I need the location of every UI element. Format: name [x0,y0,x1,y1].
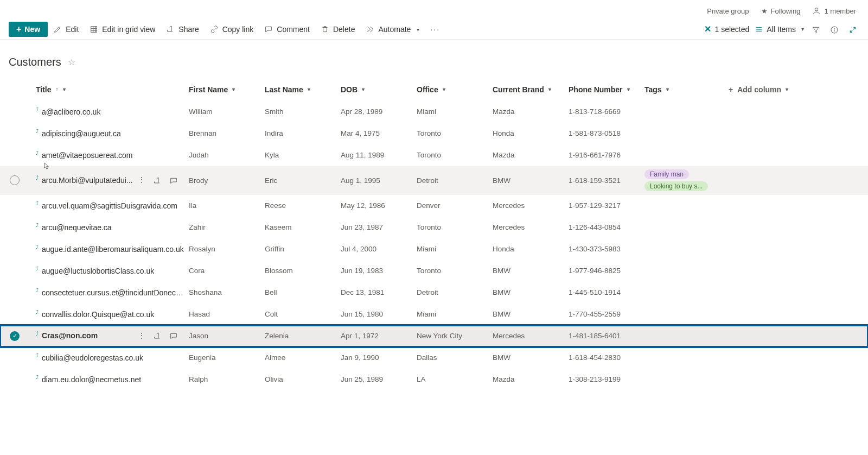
cell-title[interactable]: ⤴diam.eu.dolor@necmetus.net [36,375,189,384]
trash-icon [321,25,329,34]
column-header-phone[interactable]: Phone Number▾ [569,85,644,94]
column-header-tags[interactable]: Tags▾ [644,82,729,97]
edit-grid-button[interactable]: Edit in grid view [84,22,161,37]
privacy-label: Private group [707,7,749,15]
cell-current-brand: Mazda [493,375,569,383]
cell-office: Miami [417,310,493,318]
table-row[interactable]: ⤴cubilia@eudoloregestas.co.ukEugeniaAime… [0,347,868,369]
cell-phone: 1-770-455-2559 [569,310,644,318]
members-link[interactable]: 1 member [812,7,856,15]
title-text: a@aclibero.co.uk [42,108,100,116]
info-button[interactable] [828,22,841,36]
comment-button[interactable]: Comment [259,22,315,37]
cell-phone: 1-308-213-9199 [569,375,644,383]
row-select[interactable] [10,175,36,185]
cell-title[interactable]: ⤴arcu@nequevitae.ca [36,223,189,232]
column-header-first-name[interactable]: First Name▾ [189,85,265,94]
table-row[interactable]: ⤴augue@luctuslobortisClass.co.ukCoraBlos… [0,260,868,282]
column-header-label: Phone Number [569,85,623,94]
row-more-button[interactable]: ⋮ [138,175,145,185]
table-row[interactable]: ⤴diam.eu.dolor@necmetus.netRalphOliviaJu… [0,369,868,390]
cell-title[interactable]: ⤴augue@luctuslobortisClass.co.uk [36,267,189,275]
table-row[interactable]: ⤴convallis.dolor.Quisque@at.co.ukHasadCo… [0,304,868,325]
table-row[interactable]: ⤴arcu.vel.quam@sagittisDuisgravida.comIl… [0,195,868,217]
row-comment-button[interactable] [169,331,178,340]
row-select[interactable]: ✓ [10,331,36,341]
pencil-icon [53,25,62,34]
table-row[interactable]: ⤴amet@vitaeposuereat.comJudahKylaAug 11,… [0,144,868,166]
cell-dob: Apr 28, 1989 [341,108,417,116]
table-row[interactable]: ⤴arcu.Morbi@vulputatedui...⋮BrodyEricAug… [0,166,868,195]
column-header-dob[interactable]: DOB▾ [341,85,417,94]
automate-button[interactable]: Automate ▾ [360,22,425,37]
chevron-down-icon: ▾ [308,86,310,92]
table-row[interactable]: ⤴augue.id.ante@liberomaurisaliquam.co.uk… [0,238,868,260]
filter-button[interactable] [809,22,822,36]
cell-title[interactable]: ⤴consectetuer.cursus.et@tinciduntDonec.c… [36,288,189,297]
cell-title[interactable]: ⤴augue.id.ante@liberomaurisaliquam.co.uk [36,245,189,254]
favorite-star-button[interactable]: ☆ [68,57,75,67]
chevron-down-icon: ▾ [63,86,66,92]
cell-title[interactable]: ⤴convallis.dolor.Quisque@at.co.uk [36,310,189,319]
row-share-button[interactable] [153,331,162,340]
delete-button[interactable]: Delete [315,22,360,37]
cell-phone: 1-126-443-0854 [569,223,644,231]
cell-tags [644,311,729,318]
table-row[interactable]: ⤴consectetuer.cursus.et@tinciduntDonec.c… [0,282,868,304]
chevron-down-icon: ▾ [443,86,445,92]
plus-icon: + [16,25,21,34]
delete-label: Delete [333,25,355,34]
title-text: consectetuer.cursus.et@tinciduntDonec.co… [42,288,184,297]
add-column-button[interactable]: +Add column▾ [729,85,868,94]
cell-first-name: Brennan [189,129,265,137]
share-label: Share [178,25,199,34]
row-more-button[interactable]: ⋮ [138,331,145,340]
chevron-down-icon: ▾ [362,86,365,92]
column-header-title[interactable]: Title ↑ ▾ [36,85,189,94]
cell-title[interactable]: ⤴a@aclibero.co.uk [36,108,189,116]
column-header-office[interactable]: Office▾ [417,85,493,94]
view-name-label: All Items [767,25,796,34]
cell-first-name: Zahir [189,223,265,231]
expand-button[interactable] [846,22,859,36]
cell-first-name: Cora [189,267,265,275]
column-header-current-brand[interactable]: Current Brand▾ [493,85,569,94]
following-button[interactable]: ★ Following [761,7,801,15]
cell-title[interactable]: ⤴arcu.vel.quam@sagittisDuisgravida.com [36,201,189,210]
cell-title[interactable]: ⤴Cras@non.com⋮ [36,331,189,340]
cell-title[interactable]: ⤴arcu.Morbi@vulputatedui...⋮ [36,175,189,185]
table-row[interactable]: ✓⤴Cras@non.com⋮JasonZeleniaApr 1, 1972Ne… [0,325,868,347]
chevron-down-icon: ▾ [627,86,630,92]
view-switcher[interactable]: All Items ▾ [755,25,804,34]
edit-button[interactable]: Edit [48,22,84,37]
cell-last-name: Kyla [265,151,341,159]
column-header-last-name[interactable]: Last Name▾ [265,85,341,94]
cell-phone: 1-957-129-3217 [569,201,644,210]
cell-last-name: Kaseem [265,223,341,231]
new-button[interactable]: + New [9,22,48,37]
selection-info[interactable]: ✕ 1 selected [704,24,749,34]
cell-title[interactable]: ⤴adipiscing@augueut.ca [36,129,189,138]
table-row[interactable]: ⤴arcu@nequevitae.caZahirKaseemJun 23, 19… [0,217,868,238]
clear-selection-icon[interactable]: ✕ [704,24,711,34]
copy-link-button[interactable]: Copy link [205,22,259,37]
cell-dob: Apr 1, 1972 [341,332,417,340]
link-indicator-icon: ⤴ [36,201,39,207]
table-row[interactable]: ⤴a@aclibero.co.ukWilliamSmithApr 28, 198… [0,101,868,123]
cell-title[interactable]: ⤴amet@vitaeposuereat.com [36,151,189,160]
checkmark-icon: ✓ [10,331,20,341]
cell-tags [644,333,729,339]
cell-tags [644,224,729,231]
cell-dob: May 12, 1986 [341,201,417,210]
cell-tags [644,268,729,274]
cell-first-name: William [189,108,265,116]
top-bar: Private group ★ Following 1 member [0,0,868,20]
cell-title[interactable]: ⤴cubilia@eudoloregestas.co.uk [36,353,189,362]
more-button[interactable]: ··· [425,22,445,37]
title-text: diam.eu.dolor@necmetus.net [42,375,141,384]
share-button[interactable]: Share [161,22,204,37]
table-row[interactable]: ⤴adipiscing@augueut.caBrennanIndiraMar 4… [0,123,868,144]
row-share-button[interactable] [153,175,162,185]
column-header-label: Last Name [265,85,303,94]
row-comment-button[interactable] [169,175,178,185]
